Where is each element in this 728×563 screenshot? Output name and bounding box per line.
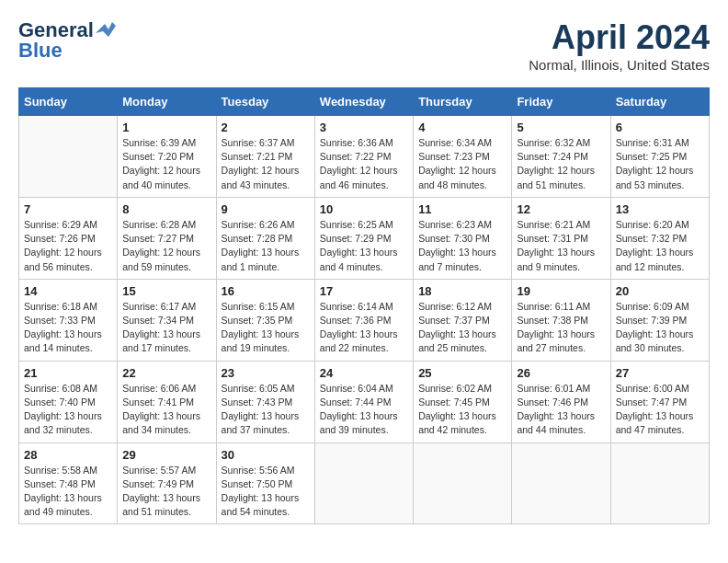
- calendar-cell: 29Sunrise: 5:57 AMSunset: 7:49 PMDayligh…: [118, 442, 216, 524]
- calendar-cell: 10Sunrise: 6:25 AMSunset: 7:29 PMDayligh…: [314, 197, 413, 279]
- day-info: Sunrise: 6:06 AMSunset: 7:41 PMDaylight:…: [122, 382, 210, 438]
- calendar-cell: 5Sunrise: 6:32 AMSunset: 7:24 PMDaylight…: [512, 116, 610, 198]
- day-number: 4: [418, 121, 506, 134]
- day-number: 18: [418, 284, 506, 298]
- calendar-table: SundayMondayTuesdayWednesdayThursdayFrid…: [18, 87, 710, 524]
- weekday-header-tuesday: Tuesday: [216, 88, 314, 116]
- day-number: 1: [122, 121, 210, 134]
- calendar-week-row: 1Sunrise: 6:39 AMSunset: 7:20 PMDaylight…: [19, 116, 710, 198]
- calendar-cell: 8Sunrise: 6:28 AMSunset: 7:27 PMDaylight…: [118, 197, 216, 279]
- calendar-cell: 6Sunrise: 6:31 AMSunset: 7:25 PMDaylight…: [610, 116, 709, 198]
- day-number: 25: [418, 366, 506, 380]
- day-info: Sunrise: 6:28 AMSunset: 7:27 PMDaylight:…: [122, 218, 210, 274]
- day-info: Sunrise: 6:09 AMSunset: 7:39 PMDaylight:…: [616, 300, 704, 356]
- day-info: Sunrise: 6:01 AMSunset: 7:46 PMDaylight:…: [517, 382, 605, 438]
- calendar-cell: [512, 442, 610, 524]
- weekday-header-saturday: Saturday: [610, 88, 709, 116]
- day-number: 2: [222, 121, 310, 134]
- location: Normal, Illinois, United States: [529, 57, 710, 73]
- calendar-header-row: SundayMondayTuesdayWednesdayThursdayFrid…: [19, 88, 710, 116]
- day-number: 17: [320, 284, 408, 298]
- day-number: 16: [222, 284, 310, 298]
- weekday-header-wednesday: Wednesday: [314, 88, 413, 116]
- day-number: 28: [24, 448, 112, 462]
- day-number: 27: [616, 366, 704, 380]
- calendar-cell: 11Sunrise: 6:23 AMSunset: 7:30 PMDayligh…: [414, 197, 512, 279]
- calendar-cell: [414, 442, 512, 524]
- day-info: Sunrise: 6:21 AMSunset: 7:31 PMDaylight:…: [517, 218, 605, 274]
- calendar-cell: 2Sunrise: 6:37 AMSunset: 7:21 PMDaylight…: [216, 116, 314, 198]
- calendar-cell: 22Sunrise: 6:06 AMSunset: 7:41 PMDayligh…: [118, 361, 216, 442]
- day-number: 6: [616, 121, 704, 134]
- calendar-cell: 14Sunrise: 6:18 AMSunset: 7:33 PMDayligh…: [19, 279, 118, 361]
- day-info: Sunrise: 6:02 AMSunset: 7:45 PMDaylight:…: [418, 382, 506, 438]
- day-info: Sunrise: 5:57 AMSunset: 7:49 PMDaylight:…: [122, 464, 210, 520]
- day-number: 8: [122, 202, 210, 216]
- calendar-cell: 30Sunrise: 5:56 AMSunset: 7:50 PMDayligh…: [216, 442, 314, 524]
- day-info: Sunrise: 6:34 AMSunset: 7:23 PMDaylight:…: [418, 136, 506, 192]
- calendar-cell: 4Sunrise: 6:34 AMSunset: 7:23 PMDaylight…: [414, 116, 512, 198]
- day-info: Sunrise: 6:25 AMSunset: 7:29 PMDaylight:…: [320, 218, 408, 274]
- calendar-week-row: 14Sunrise: 6:18 AMSunset: 7:33 PMDayligh…: [19, 279, 710, 361]
- weekday-header-sunday: Sunday: [19, 88, 118, 116]
- calendar-cell: 24Sunrise: 6:04 AMSunset: 7:44 PMDayligh…: [314, 361, 413, 442]
- day-info: Sunrise: 5:56 AMSunset: 7:50 PMDaylight:…: [222, 464, 310, 520]
- day-number: 30: [222, 448, 310, 462]
- calendar-cell: 25Sunrise: 6:02 AMSunset: 7:45 PMDayligh…: [414, 361, 512, 442]
- day-info: Sunrise: 6:20 AMSunset: 7:32 PMDaylight:…: [616, 218, 704, 274]
- day-number: 23: [222, 366, 310, 380]
- logo-bird-icon: [96, 20, 116, 37]
- day-info: Sunrise: 6:11 AMSunset: 7:38 PMDaylight:…: [517, 300, 605, 356]
- calendar-cell: [19, 116, 118, 198]
- calendar-cell: 19Sunrise: 6:11 AMSunset: 7:38 PMDayligh…: [512, 279, 610, 361]
- calendar-cell: [610, 442, 709, 524]
- calendar-cell: [314, 442, 413, 524]
- calendar-cell: 15Sunrise: 6:17 AMSunset: 7:34 PMDayligh…: [118, 279, 216, 361]
- day-number: 15: [122, 284, 210, 298]
- day-number: 21: [24, 366, 112, 380]
- calendar-cell: 7Sunrise: 6:29 AMSunset: 7:26 PMDaylight…: [19, 197, 118, 279]
- day-number: 10: [320, 202, 408, 216]
- day-number: 12: [517, 202, 605, 216]
- calendar-cell: 28Sunrise: 5:58 AMSunset: 7:48 PMDayligh…: [19, 442, 118, 524]
- weekday-header-friday: Friday: [512, 88, 610, 116]
- day-info: Sunrise: 6:37 AMSunset: 7:21 PMDaylight:…: [222, 136, 310, 192]
- logo: General Blue: [18, 18, 116, 63]
- calendar-cell: 12Sunrise: 6:21 AMSunset: 7:31 PMDayligh…: [512, 197, 610, 279]
- day-number: 20: [616, 284, 704, 298]
- calendar-cell: 27Sunrise: 6:00 AMSunset: 7:47 PMDayligh…: [610, 361, 709, 442]
- day-info: Sunrise: 6:08 AMSunset: 7:40 PMDaylight:…: [24, 382, 112, 438]
- day-number: 29: [122, 448, 210, 462]
- calendar-cell: 17Sunrise: 6:14 AMSunset: 7:36 PMDayligh…: [314, 279, 413, 361]
- day-number: 11: [418, 202, 506, 216]
- calendar-cell: 16Sunrise: 6:15 AMSunset: 7:35 PMDayligh…: [216, 279, 314, 361]
- day-number: 24: [320, 366, 408, 380]
- calendar-cell: 21Sunrise: 6:08 AMSunset: 7:40 PMDayligh…: [19, 361, 118, 442]
- day-number: 13: [616, 202, 704, 216]
- calendar-week-row: 21Sunrise: 6:08 AMSunset: 7:40 PMDayligh…: [19, 361, 710, 442]
- day-info: Sunrise: 6:39 AMSunset: 7:20 PMDaylight:…: [122, 136, 210, 192]
- day-number: 7: [24, 202, 112, 216]
- calendar-week-row: 7Sunrise: 6:29 AMSunset: 7:26 PMDaylight…: [19, 197, 710, 279]
- day-info: Sunrise: 6:18 AMSunset: 7:33 PMDaylight:…: [24, 300, 112, 356]
- day-number: 19: [517, 284, 605, 298]
- calendar-cell: 18Sunrise: 6:12 AMSunset: 7:37 PMDayligh…: [414, 279, 512, 361]
- day-info: Sunrise: 6:31 AMSunset: 7:25 PMDaylight:…: [616, 136, 704, 192]
- day-info: Sunrise: 6:12 AMSunset: 7:37 PMDaylight:…: [418, 300, 506, 356]
- page-header: General Blue April 2024 Normal, Illinois…: [18, 18, 710, 73]
- day-info: Sunrise: 6:26 AMSunset: 7:28 PMDaylight:…: [222, 218, 310, 274]
- day-number: 14: [24, 284, 112, 298]
- calendar-cell: 9Sunrise: 6:26 AMSunset: 7:28 PMDaylight…: [216, 197, 314, 279]
- day-info: Sunrise: 6:32 AMSunset: 7:24 PMDaylight:…: [517, 136, 605, 192]
- month-title: April 2024: [529, 18, 710, 57]
- day-info: Sunrise: 6:23 AMSunset: 7:30 PMDaylight:…: [418, 218, 506, 274]
- day-info: Sunrise: 5:58 AMSunset: 7:48 PMDaylight:…: [24, 464, 112, 520]
- calendar-cell: 20Sunrise: 6:09 AMSunset: 7:39 PMDayligh…: [610, 279, 709, 361]
- day-info: Sunrise: 6:00 AMSunset: 7:47 PMDaylight:…: [616, 382, 704, 438]
- svg-marker-0: [96, 22, 116, 37]
- weekday-header-thursday: Thursday: [414, 88, 512, 116]
- day-info: Sunrise: 6:04 AMSunset: 7:44 PMDaylight:…: [320, 382, 408, 438]
- calendar-cell: 26Sunrise: 6:01 AMSunset: 7:46 PMDayligh…: [512, 361, 610, 442]
- day-info: Sunrise: 6:36 AMSunset: 7:22 PMDaylight:…: [320, 136, 408, 192]
- day-number: 9: [222, 202, 310, 216]
